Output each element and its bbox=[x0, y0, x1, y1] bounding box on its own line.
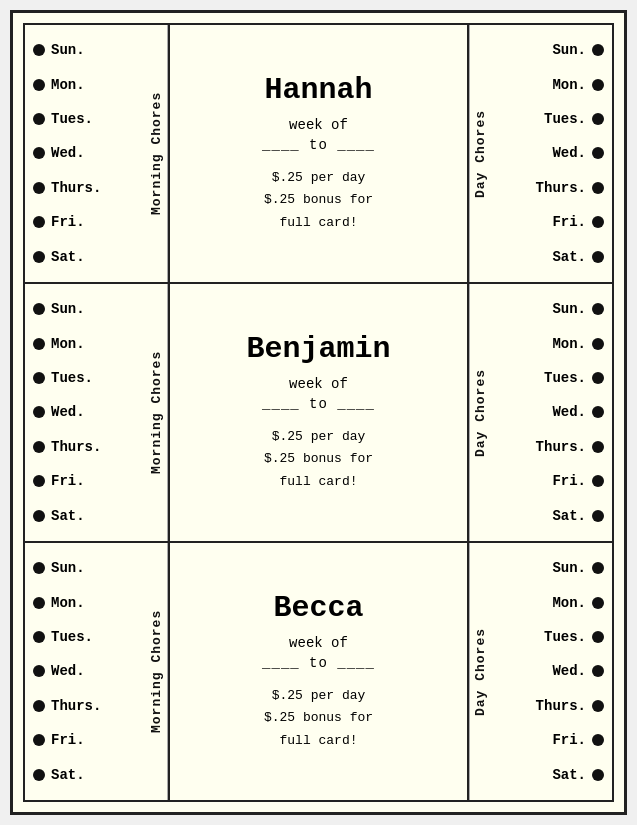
day-chores-day-label-1-6: Sat. bbox=[552, 508, 586, 524]
child-name-1: Benjamin bbox=[246, 332, 390, 366]
card-row-0: Sun.Mon.Tues.Wed.Thurs.Fri.Sat.Morning C… bbox=[23, 23, 614, 284]
date-line-1: ____ to ____ bbox=[262, 396, 375, 412]
morning-dot-0-4 bbox=[33, 182, 45, 194]
day-chores-dot-1-0 bbox=[592, 303, 604, 315]
day-chores-day-label-1-5: Fri. bbox=[552, 473, 586, 489]
morning-day-item-2-6: Sat. bbox=[33, 767, 142, 783]
day-chores-day-label-1-2: Tues. bbox=[544, 370, 586, 386]
day-chores-col-0: Day ChoresSun.Mon.Tues.Wed.Thurs.Fri.Sat… bbox=[467, 25, 612, 282]
day-chores-item-1-5: Fri. bbox=[495, 473, 604, 489]
morning-day-item-2-5: Fri. bbox=[33, 732, 142, 748]
day-chores-item-1-3: Wed. bbox=[495, 404, 604, 420]
day-chores-dot-2-0 bbox=[592, 562, 604, 574]
day-chores-item-0-5: Fri. bbox=[495, 214, 604, 230]
center-col-0: Hannahweek of____ to ____$.25 per day$.2… bbox=[170, 25, 467, 282]
morning-dot-0-0 bbox=[33, 44, 45, 56]
day-chores-dot-2-3 bbox=[592, 665, 604, 677]
morning-day-label-0-1: Mon. bbox=[51, 77, 85, 93]
day-chores-day-label-2-5: Fri. bbox=[552, 732, 586, 748]
morning-day-label-1-3: Wed. bbox=[51, 404, 85, 420]
morning-dot-2-4 bbox=[33, 700, 45, 712]
day-chores-dot-2-6 bbox=[592, 769, 604, 781]
day-chores-item-2-5: Fri. bbox=[495, 732, 604, 748]
day-chores-label-0: Day Chores bbox=[469, 25, 491, 282]
day-chores-day-label-0-4: Thurs. bbox=[536, 180, 586, 196]
morning-dot-2-3 bbox=[33, 665, 45, 677]
day-chores-label-2: Day Chores bbox=[469, 543, 491, 800]
day-chores-day-label-1-1: Mon. bbox=[552, 336, 586, 352]
morning-day-label-0-2: Tues. bbox=[51, 111, 93, 127]
morning-day-label-1-6: Sat. bbox=[51, 508, 85, 524]
date-line-0: ____ to ____ bbox=[262, 137, 375, 153]
morning-dot-1-5 bbox=[33, 475, 45, 487]
morning-day-item-2-0: Sun. bbox=[33, 560, 142, 576]
day-chores-item-0-3: Wed. bbox=[495, 145, 604, 161]
day-chores-label-1: Day Chores bbox=[469, 284, 491, 541]
morning-day-label-0-4: Thurs. bbox=[51, 180, 101, 196]
day-chores-item-0-0: Sun. bbox=[495, 42, 604, 58]
child-name-2: Becca bbox=[273, 591, 363, 625]
day-chores-dot-1-1 bbox=[592, 338, 604, 350]
reward-text-1: $.25 per day$.25 bonus forfull card! bbox=[264, 426, 373, 492]
morning-day-item-0-4: Thurs. bbox=[33, 180, 142, 196]
morning-dot-1-4 bbox=[33, 441, 45, 453]
day-chores-day-label-2-0: Sun. bbox=[552, 560, 586, 576]
day-chores-item-2-4: Thurs. bbox=[495, 698, 604, 714]
day-chores-dot-0-6 bbox=[592, 251, 604, 263]
morning-days-list-2: Sun.Mon.Tues.Wed.Thurs.Fri.Sat. bbox=[25, 543, 146, 800]
morning-day-item-2-3: Wed. bbox=[33, 663, 142, 679]
day-chores-item-2-0: Sun. bbox=[495, 560, 604, 576]
day-chores-day-label-2-4: Thurs. bbox=[536, 698, 586, 714]
day-chores-item-1-4: Thurs. bbox=[495, 439, 604, 455]
morning-day-label-1-2: Tues. bbox=[51, 370, 93, 386]
week-of-0: week of bbox=[289, 117, 348, 133]
day-chores-days-list-2: Sun.Mon.Tues.Wed.Thurs.Fri.Sat. bbox=[491, 543, 612, 800]
morning-dot-0-3 bbox=[33, 147, 45, 159]
day-chores-dot-2-4 bbox=[592, 700, 604, 712]
morning-chores-label-1: Morning Chores bbox=[146, 284, 168, 541]
morning-day-item-0-2: Tues. bbox=[33, 111, 142, 127]
morning-dot-0-2 bbox=[33, 113, 45, 125]
day-chores-item-1-2: Tues. bbox=[495, 370, 604, 386]
morning-day-label-1-0: Sun. bbox=[51, 301, 85, 317]
morning-days-list-1: Sun.Mon.Tues.Wed.Thurs.Fri.Sat. bbox=[25, 284, 146, 541]
card-row-2: Sun.Mon.Tues.Wed.Thurs.Fri.Sat.Morning C… bbox=[23, 543, 614, 802]
morning-day-label-1-1: Mon. bbox=[51, 336, 85, 352]
morning-chores-label-0: Morning Chores bbox=[146, 25, 168, 282]
day-chores-day-label-2-2: Tues. bbox=[544, 629, 586, 645]
day-chores-dot-0-2 bbox=[592, 113, 604, 125]
day-chores-item-0-2: Tues. bbox=[495, 111, 604, 127]
day-chores-item-2-3: Wed. bbox=[495, 663, 604, 679]
morning-chores-col-0: Sun.Mon.Tues.Wed.Thurs.Fri.Sat.Morning C… bbox=[25, 25, 170, 282]
morning-day-item-1-2: Tues. bbox=[33, 370, 142, 386]
morning-dot-0-6 bbox=[33, 251, 45, 263]
day-chores-day-label-1-3: Wed. bbox=[552, 404, 586, 420]
morning-day-item-1-5: Fri. bbox=[33, 473, 142, 489]
day-chores-item-0-4: Thurs. bbox=[495, 180, 604, 196]
day-chores-day-label-1-0: Sun. bbox=[552, 301, 586, 317]
morning-dot-2-2 bbox=[33, 631, 45, 643]
day-chores-item-2-2: Tues. bbox=[495, 629, 604, 645]
morning-day-item-2-1: Mon. bbox=[33, 595, 142, 611]
morning-day-item-2-2: Tues. bbox=[33, 629, 142, 645]
morning-day-item-1-6: Sat. bbox=[33, 508, 142, 524]
morning-day-label-0-6: Sat. bbox=[51, 249, 85, 265]
day-chores-item-1-0: Sun. bbox=[495, 301, 604, 317]
morning-day-label-2-0: Sun. bbox=[51, 560, 85, 576]
morning-day-label-1-4: Thurs. bbox=[51, 439, 101, 455]
morning-day-item-1-1: Mon. bbox=[33, 336, 142, 352]
day-chores-item-0-1: Mon. bbox=[495, 77, 604, 93]
day-chores-dot-1-3 bbox=[592, 406, 604, 418]
morning-day-item-1-0: Sun. bbox=[33, 301, 142, 317]
day-chores-item-2-1: Mon. bbox=[495, 595, 604, 611]
day-chores-dot-2-2 bbox=[592, 631, 604, 643]
morning-day-item-0-0: Sun. bbox=[33, 42, 142, 58]
morning-day-item-2-4: Thurs. bbox=[33, 698, 142, 714]
day-chores-item-2-6: Sat. bbox=[495, 767, 604, 783]
day-chores-day-label-0-6: Sat. bbox=[552, 249, 586, 265]
morning-dot-2-1 bbox=[33, 597, 45, 609]
day-chores-days-list-0: Sun.Mon.Tues.Wed.Thurs.Fri.Sat. bbox=[491, 25, 612, 282]
morning-day-label-2-5: Fri. bbox=[51, 732, 85, 748]
morning-day-item-0-6: Sat. bbox=[33, 249, 142, 265]
day-chores-day-label-0-1: Mon. bbox=[552, 77, 586, 93]
